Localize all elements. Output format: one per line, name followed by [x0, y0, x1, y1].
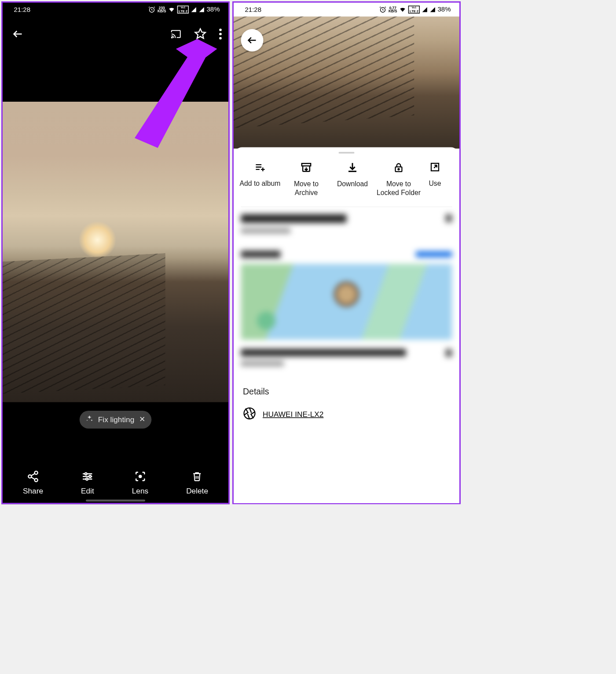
battery-text: 38%	[206, 6, 220, 13]
chip-close-icon[interactable]	[139, 415, 146, 424]
signal-icon-1	[422, 7, 428, 13]
svg-point-3	[219, 33, 222, 35]
move-to-locked-button[interactable]: Move to Locked Folder	[376, 162, 422, 197]
svg-point-1	[172, 37, 172, 38]
move-to-archive-button[interactable]: Move to Archive	[283, 162, 330, 197]
status-bar: 21:28 233KB/S Vo1LTE 2 38%	[3, 3, 228, 17]
svg-rect-13	[302, 163, 311, 166]
sheet-action-row: Add to album Move to Archive Download Mo…	[234, 154, 459, 206]
share-button[interactable]: Share	[23, 470, 43, 496]
svg-point-8	[85, 473, 87, 475]
aperture-icon	[243, 407, 256, 422]
volte-badge: Vo1LTE 2	[408, 6, 420, 14]
annotation-arrow	[121, 39, 217, 148]
svg-point-4	[219, 37, 222, 40]
data-rate: 0.77KB/S	[389, 7, 397, 13]
delete-button[interactable]: Delete	[186, 470, 208, 496]
download-button[interactable]: Download	[330, 162, 376, 197]
use-as-button[interactable]: Use	[422, 162, 448, 197]
more-menu-icon[interactable]	[219, 28, 223, 42]
svg-point-17	[244, 408, 255, 419]
svg-point-2	[219, 29, 222, 31]
svg-point-10	[86, 478, 88, 480]
location-map[interactable]	[241, 264, 452, 340]
alarm-icon	[148, 6, 156, 13]
bottom-action-bar: Share Edit Lens Delete	[3, 470, 228, 496]
details-heading: Details	[234, 373, 459, 407]
signal-icon-1	[191, 7, 197, 13]
add-to-album-button[interactable]: Add to album	[237, 162, 283, 197]
wifi-icon	[399, 6, 407, 13]
signal-icon-2	[198, 7, 205, 13]
battery-text: 38%	[437, 6, 451, 13]
bottom-sheet: Add to album Move to Archive Download Mo…	[234, 147, 459, 503]
alarm-icon	[379, 6, 387, 13]
chip-label: Fix lighting	[98, 415, 134, 424]
device-name[interactable]: HUAWEI INE-LX2	[263, 410, 323, 419]
signal-icon-2	[429, 7, 436, 13]
blurred-metadata	[234, 207, 459, 373]
wifi-icon	[168, 6, 176, 13]
screenshot-right: 21:28 0.77KB/S Vo1LTE 2 38% Add to album	[232, 1, 461, 504]
edit-button[interactable]: Edit	[81, 470, 94, 496]
status-time: 21:28	[245, 6, 262, 13]
status-bar: 21:28 0.77KB/S Vo1LTE 2 38%	[234, 3, 459, 17]
svg-point-5	[35, 471, 38, 474]
svg-point-6	[28, 475, 31, 478]
status-time: 21:28	[14, 6, 31, 13]
svg-point-7	[35, 479, 38, 482]
data-rate: 233KB/S	[158, 7, 166, 13]
fix-lighting-chip[interactable]: Fix lighting	[80, 411, 151, 429]
svg-point-15	[398, 169, 400, 170]
volte-badge: Vo1LTE 2	[177, 6, 189, 14]
device-row: HUAWEI INE-LX2	[234, 407, 459, 422]
svg-point-9	[89, 475, 91, 478]
sparkle-icon	[85, 415, 93, 425]
lens-button[interactable]: Lens	[132, 470, 148, 496]
nav-handle[interactable]	[86, 500, 145, 502]
screenshot-left: 21:28 233KB/S Vo1LTE 2 38%	[1, 1, 230, 504]
svg-point-11	[139, 475, 142, 478]
back-button[interactable]	[241, 29, 264, 52]
back-button[interactable]	[12, 28, 24, 41]
photo-preview[interactable]	[234, 17, 459, 149]
